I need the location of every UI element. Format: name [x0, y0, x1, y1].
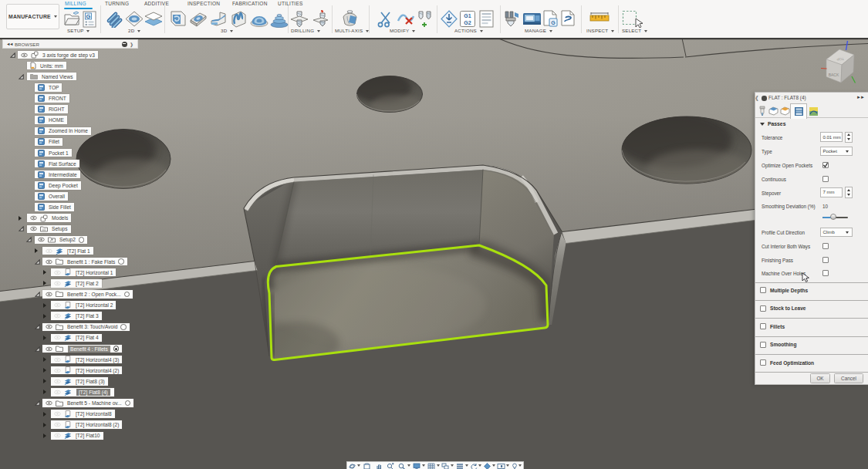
svg-text:G: G — [86, 13, 91, 20]
svg-text:G: G — [551, 20, 556, 25]
svg-text:G2: G2 — [464, 20, 471, 25]
svg-text:G1: G1 — [464, 13, 471, 19]
svg-text:TOP: TOP — [836, 57, 844, 61]
svg-text:BACK: BACK — [829, 73, 839, 77]
